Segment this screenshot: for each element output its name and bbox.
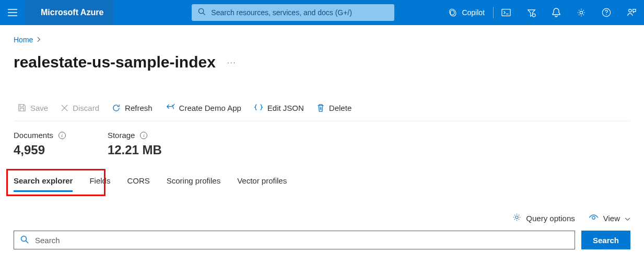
gear-icon xyxy=(512,213,521,223)
tab-fields[interactable]: Fields xyxy=(89,173,110,192)
search-field[interactable] xyxy=(14,231,575,249)
search-input[interactable] xyxy=(35,236,568,245)
documents-value: 4,959 xyxy=(14,143,66,157)
tabs: Search explorer Fields CORS Scoring prof… xyxy=(14,173,630,192)
title-row: realestate-us-sample-index ··· xyxy=(14,53,630,71)
discard-label: Discard xyxy=(73,104,99,112)
svg-line-10 xyxy=(26,241,29,243)
discard-button: Discard xyxy=(56,99,103,116)
edit-json-button[interactable]: Edit JSON xyxy=(250,99,308,116)
search-row: Search xyxy=(14,231,630,249)
svg-point-4 xyxy=(580,11,582,14)
svg-point-7 xyxy=(629,9,631,12)
more-actions-button[interactable]: ··· xyxy=(227,58,237,66)
save-icon xyxy=(18,104,26,112)
documents-stat: Documents i 4,959 xyxy=(14,131,66,157)
global-search[interactable] xyxy=(192,4,394,21)
create-demo-app-button[interactable]: Create Demo App xyxy=(161,99,245,116)
copilot-icon xyxy=(448,8,458,17)
delete-label: Delete xyxy=(329,104,352,112)
search-icon xyxy=(20,235,29,245)
copilot-label: Copilot xyxy=(462,8,485,17)
bell-icon xyxy=(552,8,560,17)
top-right-icons: Copilot xyxy=(440,0,644,25)
top-header: Microsoft Azure Copilot xyxy=(0,0,644,25)
cloud-shell-button[interactable] xyxy=(494,0,519,25)
discard-icon xyxy=(61,104,68,112)
gear-icon xyxy=(577,8,586,17)
delete-button[interactable]: Delete xyxy=(312,99,356,116)
brand-text: Microsoft Azure xyxy=(41,8,103,17)
json-icon xyxy=(254,104,263,112)
tab-cors[interactable]: CORS xyxy=(127,173,149,192)
chevron-down-icon xyxy=(625,214,630,223)
breadcrumb-home[interactable]: Home xyxy=(14,36,33,44)
svg-point-0 xyxy=(199,8,204,13)
svg-point-9 xyxy=(21,236,27,241)
filter-icon xyxy=(527,8,536,17)
hamburger-menu[interactable] xyxy=(0,0,25,25)
hamburger-icon xyxy=(8,9,17,16)
refresh-button[interactable]: Refresh xyxy=(108,99,157,116)
person-feedback-icon xyxy=(627,8,636,17)
search-icon xyxy=(198,8,206,17)
cloud-shell-icon xyxy=(501,8,511,17)
tab-scoring-profiles[interactable]: Scoring profiles xyxy=(167,173,220,192)
notifications-button[interactable] xyxy=(544,0,569,25)
refresh-icon xyxy=(112,104,121,112)
eye-icon xyxy=(589,214,599,223)
documents-label: Documents xyxy=(14,131,53,140)
settings-button[interactable] xyxy=(569,0,594,25)
global-search-input[interactable] xyxy=(211,8,388,17)
tab-search-explorer[interactable]: Search explorer xyxy=(14,173,73,192)
command-bar: Save Discard Refresh Create Demo App Edi… xyxy=(14,99,630,121)
svg-line-1 xyxy=(203,13,205,15)
refresh-label: Refresh xyxy=(125,104,153,112)
svg-point-3 xyxy=(532,14,535,17)
storage-stat: Storage i 12.21 MB xyxy=(108,131,162,157)
view-label: View xyxy=(603,214,620,223)
filter-button[interactable] xyxy=(519,0,544,25)
create-demo-icon xyxy=(165,104,175,112)
search-button[interactable]: Search xyxy=(581,231,630,249)
svg-rect-2 xyxy=(502,9,510,16)
edit-json-label: Edit JSON xyxy=(267,104,304,112)
chevron-right-icon xyxy=(37,36,41,44)
breadcrumb: Home xyxy=(14,36,630,44)
save-button: Save xyxy=(14,99,52,116)
create-demo-label: Create Demo App xyxy=(179,104,241,112)
stats-row: Documents i 4,959 Storage i 12.21 MB xyxy=(14,131,630,157)
help-icon xyxy=(602,8,611,17)
svg-point-6 xyxy=(606,14,606,15)
feedback-button[interactable] xyxy=(619,0,644,25)
info-icon[interactable]: i xyxy=(58,132,66,139)
content-area: Home realestate-us-sample-index ··· Save… xyxy=(0,25,644,265)
tab-vector-profiles[interactable]: Vector profiles xyxy=(237,173,287,192)
query-options-button[interactable]: Query options xyxy=(512,213,575,223)
storage-label: Storage xyxy=(108,131,135,140)
info-icon[interactable]: i xyxy=(140,132,147,139)
trash-icon xyxy=(317,104,325,112)
save-label: Save xyxy=(30,104,48,112)
query-options-label: Query options xyxy=(526,214,575,223)
svg-point-8 xyxy=(516,216,518,219)
view-button[interactable]: View xyxy=(589,213,630,223)
tabs-container: Search explorer Fields CORS Scoring prof… xyxy=(14,173,630,192)
page-title: realestate-us-sample-index xyxy=(14,53,216,71)
options-row: Query options View xyxy=(14,213,630,223)
brand-area[interactable]: Microsoft Azure xyxy=(25,0,113,25)
help-button[interactable] xyxy=(594,0,619,25)
storage-value: 12.21 MB xyxy=(108,143,162,157)
copilot-button[interactable]: Copilot xyxy=(440,0,493,25)
